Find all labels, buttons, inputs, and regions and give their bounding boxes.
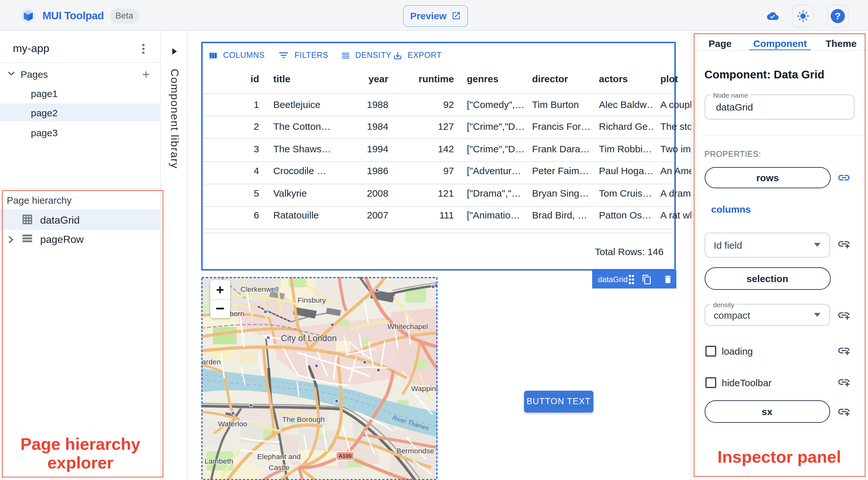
svg-text:Whitechapel: Whitechapel — [388, 322, 428, 330]
svg-text:Clerkenwell: Clerkenwell — [241, 285, 279, 293]
svg-text:Wapping: Wapping — [411, 384, 437, 392]
svg-text:Castle: Castle — [269, 463, 290, 471]
svg-text:Bermondse: Bermondse — [396, 446, 434, 455]
svg-text:arden: arden — [202, 357, 221, 365]
svg-text:A100: A100 — [339, 453, 352, 459]
svg-text:Finsbury: Finsbury — [298, 296, 326, 304]
svg-text:Waterloo: Waterloo — [218, 419, 247, 428]
svg-text:born: born — [229, 309, 244, 317]
svg-text:Elephant and: Elephant and — [257, 452, 301, 460]
svg-text:Lambeth: Lambeth — [205, 456, 233, 465]
svg-text:City of London: City of London — [281, 333, 337, 343]
svg-text:The Borough: The Borough — [282, 415, 325, 423]
